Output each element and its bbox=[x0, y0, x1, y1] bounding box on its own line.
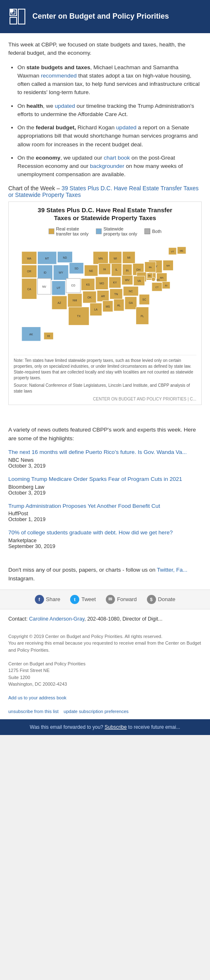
legend-real-estate: Real estatetransfer tax only bbox=[49, 226, 88, 236]
us-map-container: WA MT ND MN WI MI VT ME bbox=[14, 240, 196, 352]
chart-of-week-label: Chart of the Week – bbox=[8, 185, 61, 192]
federal-updated-link[interactable]: updated bbox=[116, 124, 137, 131]
address-line1: 1275 First Street NE bbox=[8, 667, 202, 674]
legend-statewide: Statewideproperty tax only bbox=[96, 226, 137, 236]
bullet-bold-health: health bbox=[27, 103, 43, 109]
svg-text:ID: ID bbox=[44, 271, 46, 274]
health-updated-link[interactable]: updated bbox=[55, 103, 75, 109]
news-item-1: The next 16 months will define Puerto Ri… bbox=[8, 449, 202, 469]
chart-note: Note: Ten states have limited statewide … bbox=[14, 355, 196, 381]
add-address-link[interactable]: Add us to your address book bbox=[8, 695, 66, 700]
donate-label: Donate bbox=[158, 596, 176, 602]
svg-text:MS: MS bbox=[106, 305, 110, 308]
svg-text:HI: HI bbox=[47, 335, 50, 337]
svg-text:FL: FL bbox=[141, 315, 144, 318]
chart-box-title: 39 States Plus D.C. Have Real Estate Tra… bbox=[14, 206, 196, 222]
backgrounder-link[interactable]: backgrounder bbox=[90, 163, 125, 169]
svg-text:NH: NH bbox=[166, 264, 170, 267]
news-section: A variety of news outlets featured CBPP'… bbox=[0, 420, 210, 562]
svg-text:IA: IA bbox=[103, 267, 106, 270]
follow-social-link[interactable]: Twitter, Fa... bbox=[157, 567, 188, 573]
tweet-button[interactable]: t Tweet bbox=[70, 595, 96, 604]
svg-text:UT: UT bbox=[57, 286, 61, 289]
svg-text:GA: GA bbox=[129, 301, 133, 304]
svg-text:MO: MO bbox=[100, 282, 104, 285]
svg-text:NC: NC bbox=[129, 290, 133, 293]
svg-text:MT: MT bbox=[45, 257, 49, 260]
news-item-2-title[interactable]: Looming Trump Medicare Order Sparks Fear… bbox=[8, 475, 202, 483]
svg-text:AR: AR bbox=[101, 294, 105, 297]
news-item-3: Trump Administration Proposes Yet Anothe… bbox=[8, 502, 202, 523]
news-item-2: Looming Trump Medicare Order Sparks Fear… bbox=[8, 475, 202, 496]
subscribe-link[interactable]: Subscribe bbox=[105, 724, 127, 730]
svg-text:LA: LA bbox=[94, 308, 98, 311]
update-prefs-link[interactable]: update subscription preferences bbox=[63, 709, 129, 714]
unsubscribe-link[interactable]: unsubscribe from this list bbox=[8, 709, 59, 714]
news-item-1-source: NBC News bbox=[8, 457, 202, 463]
chart-section: Chart of the Week – 39 States Plus D.C. … bbox=[8, 185, 202, 405]
chart-book-link[interactable]: chart book bbox=[104, 155, 130, 161]
news-item-3-source: HuffPost bbox=[8, 511, 202, 517]
org-name: Center on Budget and Policy Priorities bbox=[8, 660, 202, 667]
news-item-4-title[interactable]: 70% of college students graduate with de… bbox=[8, 529, 202, 537]
donate-button[interactable]: $ Donate bbox=[147, 595, 176, 604]
bullet-list: On state budgets and taxes, Michael Leac… bbox=[8, 63, 202, 179]
svg-text:TX: TX bbox=[77, 315, 81, 318]
svg-text:TN: TN bbox=[114, 292, 118, 295]
svg-text:SD: SD bbox=[74, 267, 78, 269]
news-item-2-source: Bloomberg Law bbox=[8, 484, 202, 490]
legend-swatch-statewide bbox=[96, 228, 102, 234]
legend-swatch-both bbox=[144, 228, 150, 234]
chart-attribution: CENTER ON BUDGET AND POLICY PRIORITIES |… bbox=[14, 397, 196, 401]
contact-label: Contact: bbox=[8, 616, 29, 622]
address-line2: Suite 1200 bbox=[8, 674, 202, 681]
news-item-1-title[interactable]: The next 16 months will define Puerto Ri… bbox=[8, 449, 202, 456]
chart-legend: Real estatetransfer tax only Statewidepr… bbox=[14, 226, 196, 236]
bullet-bold-state: state budgets and taxes bbox=[27, 64, 90, 70]
intro-text: This week at CBPP, we focused on state b… bbox=[8, 41, 202, 58]
news-item-4: 70% of college students graduate with de… bbox=[8, 529, 202, 549]
social-bar: f Share t Tweet ✉ Forward $ Donate bbox=[0, 589, 210, 609]
svg-text:AL: AL bbox=[117, 303, 120, 306]
contact-section: Contact: Caroline Anderson-Gray, 202-408… bbox=[0, 609, 210, 629]
footer-text: Was this email forwarded to you? bbox=[30, 724, 105, 730]
legend-label-real-estate: Real estatetransfer tax only bbox=[56, 226, 88, 236]
svg-text:CO: CO bbox=[71, 284, 75, 286]
svg-text:ME: ME bbox=[180, 249, 183, 252]
svg-text:NE: NE bbox=[89, 269, 93, 272]
follow-section: Don't miss any of our posts, papers, or … bbox=[0, 562, 210, 589]
svg-text:DC: DC bbox=[156, 279, 160, 281]
svg-text:AZ: AZ bbox=[58, 301, 61, 304]
svg-text:WI: WI bbox=[114, 257, 117, 260]
svg-point-106 bbox=[151, 277, 156, 281]
us-map-svg: WA MT ND MN WI MI VT ME bbox=[14, 240, 196, 351]
svg-text:WA: WA bbox=[27, 257, 32, 260]
chart-source: Source: National Conference of State Leg… bbox=[14, 383, 196, 394]
bullet-federal-budget: On the federal budget, Richard Kogan upd… bbox=[17, 124, 202, 149]
svg-text:VT: VT bbox=[171, 250, 174, 252]
share-icon: f bbox=[35, 595, 44, 604]
news-item-3-title[interactable]: Trump Administration Proposes Yet Anothe… bbox=[8, 502, 202, 510]
forward-button[interactable]: ✉ Forward bbox=[106, 595, 137, 604]
svg-text:IN: IN bbox=[126, 269, 129, 272]
contact-name-link[interactable]: Caroline Anderson-Gray bbox=[29, 616, 84, 622]
svg-text:WV: WV bbox=[125, 279, 129, 281]
svg-text:DE: DE bbox=[148, 274, 151, 277]
svg-text:CA: CA bbox=[27, 288, 32, 291]
bullet-bold-economy: economy bbox=[36, 155, 60, 161]
tweet-icon: t bbox=[70, 595, 79, 604]
bullet-state-budgets: On state budgets and taxes, Michael Leac… bbox=[17, 63, 202, 97]
legend-both: Both bbox=[144, 226, 161, 236]
forward-label: Forward bbox=[117, 596, 137, 602]
site-title: Center on Budget and Policy Priorities bbox=[32, 12, 169, 21]
legend-label-both: Both bbox=[152, 229, 161, 234]
share-button[interactable]: f Share bbox=[35, 595, 61, 604]
news-intro: A variety of news outlets featured CBPP'… bbox=[8, 426, 202, 443]
bullet-health: On health, we updated our timeline track… bbox=[17, 102, 202, 119]
footer-suffix: to receive future emai... bbox=[127, 724, 180, 730]
contact-name: Caroline Anderson-Gray bbox=[29, 616, 84, 622]
copyright-line2: You are receiving this email because you… bbox=[8, 640, 202, 653]
contact-detail: , 202-408-1080, Director of Digit... bbox=[84, 616, 162, 622]
main-content: This week at CBPP, we focused on state b… bbox=[0, 33, 210, 420]
recommended-link[interactable]: recommended bbox=[41, 73, 77, 79]
